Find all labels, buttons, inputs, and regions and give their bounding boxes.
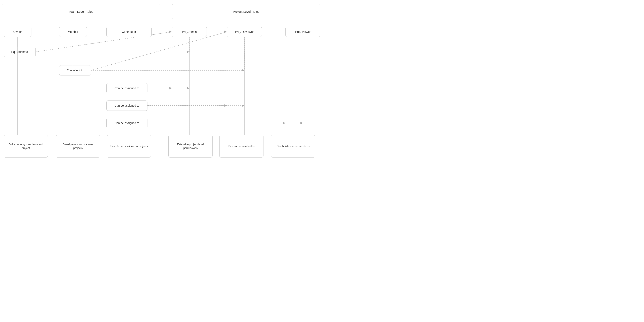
member-role: Member	[59, 27, 87, 37]
proj-reviewer-role: Proj. Reviewer	[227, 27, 262, 37]
assign-3: Can be assigned to	[106, 118, 148, 128]
svg-marker-6	[170, 87, 172, 89]
svg-marker-10	[283, 122, 286, 124]
proj-viewer-description: See builds and screenshots	[271, 135, 315, 158]
svg-marker-25	[187, 51, 189, 53]
svg-marker-32	[242, 104, 244, 107]
owner-role: Owner	[4, 27, 32, 37]
assign-2: Can be assigned to	[106, 101, 148, 111]
diagram-container: Team Level Roles Project Level Roles Own…	[0, 0, 322, 161]
contributor-role: Contributor	[106, 27, 152, 37]
owner-equivalent: Equivalent to	[4, 47, 36, 57]
proj-admin-description: Extensive project-level permissions	[168, 135, 212, 158]
owner-description: Full autonomy over team and project	[4, 135, 48, 158]
svg-marker-34	[300, 122, 303, 124]
project-level-header: Project Level Roles	[172, 4, 320, 19]
team-level-header: Team Level Roles	[2, 4, 160, 19]
assign-1: Can be assigned to	[106, 83, 148, 93]
svg-marker-1	[169, 30, 172, 33]
proj-viewer-role: Proj. Viewer	[286, 27, 320, 37]
svg-line-2	[91, 32, 227, 70]
svg-marker-28	[242, 69, 244, 72]
contributor-description: Flexible permissions on projects	[107, 135, 151, 158]
svg-marker-30	[187, 87, 189, 89]
proj-admin-role: Proj. Admin	[172, 27, 207, 37]
member-description: Broad permissions across projects	[56, 135, 100, 158]
proj-reviewer-description: See and review builds	[219, 135, 264, 158]
svg-marker-8	[224, 104, 227, 107]
member-equivalent: Equivalent to	[59, 65, 91, 75]
svg-marker-3	[224, 30, 227, 33]
